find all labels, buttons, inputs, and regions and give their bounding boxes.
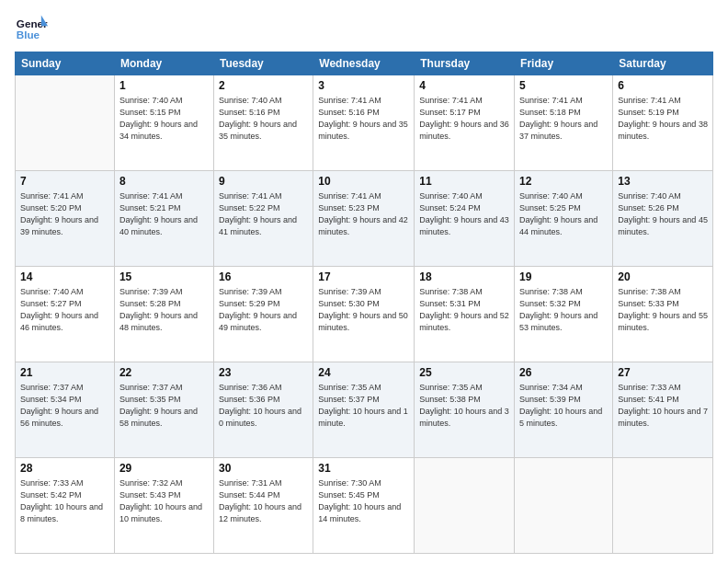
calendar-week-1: 1Sunrise: 7:40 AMSunset: 5:15 PMDaylight…	[16, 75, 713, 171]
calendar-cell: 19Sunrise: 7:38 AMSunset: 5:32 PMDayligh…	[515, 267, 613, 362]
day-info: Sunrise: 7:35 AMSunset: 5:37 PMDaylight:…	[318, 382, 409, 430]
calendar-cell: 11Sunrise: 7:40 AMSunset: 5:24 PMDayligh…	[415, 171, 515, 267]
calendar-cell: 13Sunrise: 7:40 AMSunset: 5:26 PMDayligh…	[613, 171, 713, 267]
logo-icon: General Blue	[15, 11, 48, 44]
day-info: Sunrise: 7:41 AMSunset: 5:19 PMDaylight:…	[618, 95, 708, 143]
day-number: 5	[519, 78, 608, 94]
day-number: 14	[20, 270, 109, 285]
calendar-cell: 12Sunrise: 7:40 AMSunset: 5:25 PMDayligh…	[515, 171, 613, 267]
day-number: 13	[618, 174, 708, 190]
day-number: 30	[219, 461, 308, 477]
calendar-cell: 1Sunrise: 7:40 AMSunset: 5:15 PMDaylight…	[114, 75, 213, 171]
day-info: Sunrise: 7:33 AMSunset: 5:41 PMDaylight:…	[618, 382, 708, 430]
day-info: Sunrise: 7:39 AMSunset: 5:30 PMDaylight:…	[318, 286, 409, 334]
day-info: Sunrise: 7:38 AMSunset: 5:31 PMDaylight:…	[419, 286, 509, 334]
day-info: Sunrise: 7:40 AMSunset: 5:24 PMDaylight:…	[419, 190, 509, 238]
weekday-header-tuesday: Tuesday	[213, 52, 313, 75]
day-number: 29	[119, 461, 209, 477]
calendar-table: SundayMondayTuesdayWednesdayThursdayFrid…	[15, 52, 713, 554]
calendar-cell: 5Sunrise: 7:41 AMSunset: 5:18 PMDaylight…	[515, 75, 613, 171]
calendar-cell: 22Sunrise: 7:37 AMSunset: 5:35 PMDayligh…	[114, 362, 213, 458]
weekday-header-wednesday: Wednesday	[313, 52, 415, 75]
day-number: 12	[519, 174, 608, 190]
day-number: 4	[419, 78, 509, 94]
calendar-cell: 4Sunrise: 7:41 AMSunset: 5:17 PMDaylight…	[415, 75, 515, 171]
weekday-header-saturday: Saturday	[613, 52, 713, 75]
calendar-cell: 10Sunrise: 7:41 AMSunset: 5:23 PMDayligh…	[313, 171, 415, 267]
calendar-cell: 7Sunrise: 7:41 AMSunset: 5:20 PMDaylight…	[16, 171, 115, 267]
day-number: 23	[219, 365, 308, 381]
calendar-cell: 18Sunrise: 7:38 AMSunset: 5:31 PMDayligh…	[415, 267, 515, 362]
calendar-cell	[515, 458, 613, 554]
weekday-header-friday: Friday	[515, 52, 613, 75]
day-number: 27	[618, 365, 708, 381]
day-number: 17	[318, 270, 409, 285]
day-info: Sunrise: 7:39 AMSunset: 5:29 PMDaylight:…	[219, 286, 308, 334]
day-info: Sunrise: 7:40 AMSunset: 5:15 PMDaylight:…	[119, 95, 209, 143]
calendar-cell: 8Sunrise: 7:41 AMSunset: 5:21 PMDaylight…	[114, 171, 213, 267]
calendar-cell: 14Sunrise: 7:40 AMSunset: 5:27 PMDayligh…	[16, 267, 115, 362]
calendar-cell: 6Sunrise: 7:41 AMSunset: 5:19 PMDaylight…	[613, 75, 713, 171]
calendar-week-4: 21Sunrise: 7:37 AMSunset: 5:34 PMDayligh…	[16, 362, 713, 458]
weekday-header-thursday: Thursday	[415, 52, 515, 75]
day-info: Sunrise: 7:30 AMSunset: 5:45 PMDaylight:…	[318, 477, 409, 525]
day-info: Sunrise: 7:40 AMSunset: 5:25 PMDaylight:…	[519, 190, 608, 238]
day-info: Sunrise: 7:41 AMSunset: 5:17 PMDaylight:…	[419, 95, 509, 143]
calendar-cell	[415, 458, 515, 554]
calendar-cell: 2Sunrise: 7:40 AMSunset: 5:16 PMDaylight…	[213, 75, 313, 171]
calendar-cell: 25Sunrise: 7:35 AMSunset: 5:38 PMDayligh…	[415, 362, 515, 458]
calendar-cell: 21Sunrise: 7:37 AMSunset: 5:34 PMDayligh…	[16, 362, 115, 458]
day-number: 18	[419, 270, 509, 285]
day-number: 22	[119, 365, 209, 381]
day-number: 2	[219, 78, 308, 94]
logo: General Blue	[15, 11, 48, 44]
weekday-header-monday: Monday	[114, 52, 213, 75]
day-number: 6	[618, 78, 708, 94]
day-info: Sunrise: 7:41 AMSunset: 5:20 PMDaylight:…	[20, 190, 109, 238]
day-info: Sunrise: 7:35 AMSunset: 5:38 PMDaylight:…	[419, 382, 509, 430]
day-number: 10	[318, 174, 409, 190]
day-info: Sunrise: 7:40 AMSunset: 5:27 PMDaylight:…	[20, 286, 109, 334]
day-info: Sunrise: 7:41 AMSunset: 5:22 PMDaylight:…	[219, 190, 308, 238]
calendar-cell: 27Sunrise: 7:33 AMSunset: 5:41 PMDayligh…	[613, 362, 713, 458]
day-info: Sunrise: 7:41 AMSunset: 5:18 PMDaylight:…	[519, 95, 608, 143]
day-info: Sunrise: 7:33 AMSunset: 5:42 PMDaylight:…	[20, 477, 109, 525]
calendar-cell: 28Sunrise: 7:33 AMSunset: 5:42 PMDayligh…	[16, 458, 115, 554]
day-number: 20	[618, 270, 708, 285]
day-number: 26	[519, 365, 608, 381]
calendar-cell: 31Sunrise: 7:30 AMSunset: 5:45 PMDayligh…	[313, 458, 415, 554]
calendar-cell: 17Sunrise: 7:39 AMSunset: 5:30 PMDayligh…	[313, 267, 415, 362]
calendar-cell: 30Sunrise: 7:31 AMSunset: 5:44 PMDayligh…	[213, 458, 313, 554]
calendar-cell: 15Sunrise: 7:39 AMSunset: 5:28 PMDayligh…	[114, 267, 213, 362]
day-number: 1	[119, 78, 209, 94]
calendar-cell: 16Sunrise: 7:39 AMSunset: 5:29 PMDayligh…	[213, 267, 313, 362]
weekday-header-row: SundayMondayTuesdayWednesdayThursdayFrid…	[16, 52, 713, 75]
day-number: 24	[318, 365, 409, 381]
calendar-cell: 23Sunrise: 7:36 AMSunset: 5:36 PMDayligh…	[213, 362, 313, 458]
day-info: Sunrise: 7:36 AMSunset: 5:36 PMDaylight:…	[219, 382, 308, 430]
day-info: Sunrise: 7:39 AMSunset: 5:28 PMDaylight:…	[119, 286, 209, 334]
calendar-cell: 20Sunrise: 7:38 AMSunset: 5:33 PMDayligh…	[613, 267, 713, 362]
calendar-cell: 9Sunrise: 7:41 AMSunset: 5:22 PMDaylight…	[213, 171, 313, 267]
calendar-page: General Blue SundayMondayTuesdayWednesda…	[0, 0, 728, 563]
day-info: Sunrise: 7:40 AMSunset: 5:16 PMDaylight:…	[219, 95, 308, 143]
calendar-week-3: 14Sunrise: 7:40 AMSunset: 5:27 PMDayligh…	[16, 267, 713, 362]
svg-text:Blue: Blue	[17, 29, 40, 40]
calendar-week-2: 7Sunrise: 7:41 AMSunset: 5:20 PMDaylight…	[16, 171, 713, 267]
day-info: Sunrise: 7:41 AMSunset: 5:21 PMDaylight:…	[119, 190, 209, 238]
day-info: Sunrise: 7:37 AMSunset: 5:34 PMDaylight:…	[20, 382, 109, 430]
day-info: Sunrise: 7:38 AMSunset: 5:33 PMDaylight:…	[618, 286, 708, 334]
day-info: Sunrise: 7:31 AMSunset: 5:44 PMDaylight:…	[219, 477, 308, 525]
day-number: 16	[219, 270, 308, 285]
calendar-cell: 24Sunrise: 7:35 AMSunset: 5:37 PMDayligh…	[313, 362, 415, 458]
day-info: Sunrise: 7:40 AMSunset: 5:26 PMDaylight:…	[618, 190, 708, 238]
day-number: 19	[519, 270, 608, 285]
day-number: 9	[219, 174, 308, 190]
day-info: Sunrise: 7:41 AMSunset: 5:23 PMDaylight:…	[318, 190, 409, 238]
day-info: Sunrise: 7:38 AMSunset: 5:32 PMDaylight:…	[519, 286, 608, 334]
day-info: Sunrise: 7:32 AMSunset: 5:43 PMDaylight:…	[119, 477, 209, 525]
calendar-cell: 29Sunrise: 7:32 AMSunset: 5:43 PMDayligh…	[114, 458, 213, 554]
day-number: 31	[318, 461, 409, 477]
day-number: 7	[20, 174, 109, 190]
calendar-cell	[613, 458, 713, 554]
